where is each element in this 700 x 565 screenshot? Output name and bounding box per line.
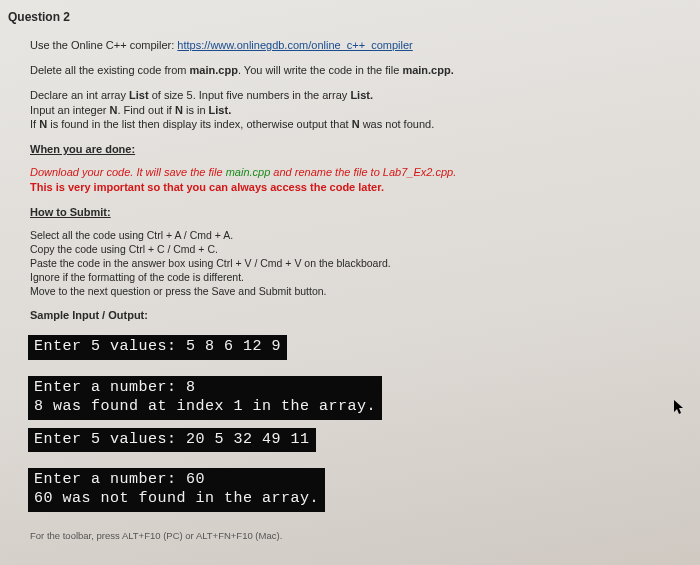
t2b-line: 8 was found at index 1 in the array. [34,398,376,417]
when-done-heading: When you are done: [30,142,700,157]
delete-a: Delete all the existing code from [30,64,190,76]
t3a: If [30,118,39,130]
page: Question 2 Use the Online C++ compiler: … [0,0,700,543]
t1a: Declare an int array [30,89,129,101]
t2c: . Find out if [117,104,174,116]
submit-2: Copy the code using Ctrl + C / Cmd + C. [30,242,700,256]
toolbar-footer: For the toolbar, press ALT+F10 (PC) or A… [30,530,700,543]
delete-c: . You will write the code in the file [238,64,402,76]
terminal-line-4: Enter a number: 60 60 was not found in t… [28,468,325,512]
cursor-icon [674,400,686,419]
dl-main: main.cpp [226,166,271,178]
sample-heading: Sample Input / Output: [30,308,700,323]
intro-prefix: Use the Online C++ compiler: [30,39,177,51]
compiler-link[interactable]: https://www.onlinegdb.com/online_c++_com… [177,39,412,51]
download-block: Download your code. It will save the fil… [30,165,700,195]
task-line-2: Input an integer N. Find out if N is in … [30,103,700,118]
t2a-line: Enter a number: 8 [34,379,376,398]
task-line-1: Declare an int array List of size 5. Inp… [30,88,700,103]
download-line-2: This is very important so that you can a… [30,180,700,195]
t3c: is found in the list then display its in… [47,118,352,130]
dl-p2: and rename the file to [270,166,383,178]
submit-1: Select all the code using Ctrl + A / Cmd… [30,228,700,242]
content-area: Use the Online C++ compiler: https://www… [8,38,700,543]
t1b: List [129,89,149,101]
download-line-1: Download your code. It will save the fil… [30,165,700,180]
t2e: is in [183,104,209,116]
t4a-line: Enter a number: 60 [34,471,319,490]
t4b-line: 60 was not found in the array. [34,490,319,509]
t3d: N [352,118,360,130]
dl-p1: Download your code. It will save the fil… [30,166,226,178]
task-block: Declare an int array List of size 5. Inp… [30,88,700,133]
delete-d: main.cpp. [402,64,453,76]
compiler-line: Use the Online C++ compiler: https://www… [30,38,700,53]
delete-b: main.cpp [190,64,238,76]
t2d: N [175,104,183,116]
terminal-line-1: Enter 5 values: 5 8 6 12 9 [28,335,287,360]
t1c: of size 5. Input five numbers in the arr… [149,89,351,101]
t2f: List. [209,104,232,116]
terminal-output: Enter 5 values: 5 8 6 12 9 Enter a numbe… [28,335,700,520]
submit-4: Ignore if the formatting of the code is … [30,270,700,284]
how-submit-heading: How to Submit: [30,205,700,220]
submit-block: Select all the code using Ctrl + A / Cmd… [30,228,700,299]
terminal-line-3: Enter 5 values: 20 5 32 49 11 [28,428,316,453]
task-line-3: If N is found in the list then display i… [30,117,700,132]
question-heading: Question 2 [8,10,700,24]
t1d: List. [350,89,373,101]
terminal-line-2: Enter a number: 8 8 was found at index 1… [28,376,382,420]
submit-5: Move to the next question or press the S… [30,284,700,298]
delete-line: Delete all the existing code from main.c… [30,63,700,78]
t3b: N [39,118,47,130]
t3e: was not found. [360,118,435,130]
submit-3: Paste the code in the answer box using C… [30,256,700,270]
dl-lab: Lab7_Ex2.cpp. [383,166,456,178]
t2a: Input an integer [30,104,110,116]
